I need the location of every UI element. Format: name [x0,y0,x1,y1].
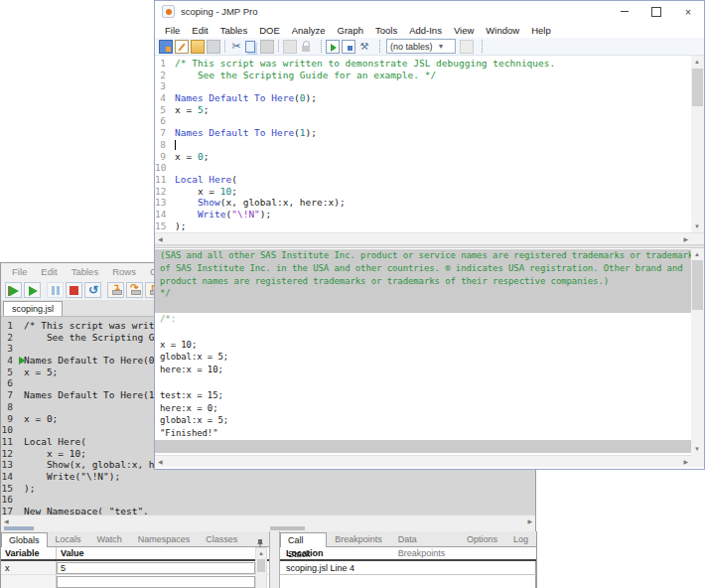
menu-tables[interactable]: Tables [214,25,253,36]
menu-view[interactable]: View [448,25,480,36]
code-line: 6 [155,115,691,127]
code-line: x = 10; [155,339,691,352]
scroll-right-icon[interactable]: ▶ [683,236,688,242]
tables-dropdown[interactable]: (no tables) ▼ [386,39,456,54]
reset-icon[interactable] [84,282,101,298]
scroll-down-icon[interactable]: ▼ [694,223,700,229]
debugger-menu-file[interactable]: File [5,266,34,277]
add-to-data-table-icon[interactable] [460,40,474,54]
tab-locals[interactable]: Locals [48,531,89,546]
debugger-menu-edit[interactable]: Edit [34,266,64,277]
callstack-row[interactable]: scoping.jsl Line 4 [280,561,536,575]
line-number: 10 [1,424,18,436]
run-icon[interactable] [5,282,22,298]
scroll-left-icon[interactable]: ◀ [158,459,163,465]
scroll-left-icon[interactable]: ◀ [4,518,9,524]
scroll-thumb[interactable] [692,260,703,310]
log-h-scrollbar[interactable]: ◀ ▶ [155,455,691,467]
close-button[interactable]: × [672,1,704,22]
step-over-icon[interactable] [126,282,143,298]
variables-table-header: Variable Value [1,547,269,561]
new-window-icon[interactable] [159,40,173,54]
menu-help[interactable]: Help [525,25,557,36]
line-number: 14 [1,471,18,483]
tab-options[interactable]: Options [459,531,505,546]
play-icon[interactable] [24,282,41,298]
menu-analyze[interactable]: Analyze [286,25,332,36]
scroll-up-icon[interactable]: ▲ [258,550,264,556]
value-cell[interactable] [57,576,255,588]
menu-graph[interactable]: Graph [332,25,369,36]
scroll-up-icon[interactable]: ▲ [694,251,700,257]
editor-h-scrollbar[interactable]: ◀ ▶ [155,232,704,244]
menu-tools[interactable]: Tools [369,25,403,36]
menu-file[interactable]: File [159,25,186,36]
scroll-thumb[interactable] [4,526,34,530]
tab-namespaces[interactable]: Namespaces [130,531,199,546]
scroll-up-icon[interactable]: ▲ [694,59,700,65]
database-icon[interactable] [283,40,297,54]
menu-window[interactable]: Window [480,25,525,36]
column-header-variable: Variable [1,547,57,559]
copy-icon[interactable] [245,41,255,53]
scroll-thumb[interactable] [692,69,703,106]
code-line: test:x = 15; [155,389,691,402]
tab-breakpoints[interactable]: Breakpoints [327,531,390,546]
scroll-down-icon[interactable]: ▼ [694,446,700,452]
code-line: 15); [1,483,535,495]
tab-globals[interactable]: Globals [1,532,48,547]
tab-log[interactable]: Log [505,531,536,546]
value-cell[interactable]: 5 [57,562,255,574]
toolbar-grip [478,40,483,53]
editor-v-scrollbar[interactable]: ▲ ▼ [691,56,704,232]
debugger-menu-tables[interactable]: Tables [65,266,105,277]
save-icon[interactable] [207,40,220,54]
panel-divider[interactable] [269,531,280,588]
main-window: scoping - JMP Pro × FileEditTablesDOEAna… [154,0,705,470]
code-line [155,376,691,389]
scroll-thumb[interactable] [270,526,305,530]
scrollbar-corner [691,455,704,467]
menu-edit[interactable]: Edit [186,25,213,36]
menu-doe[interactable]: DOE [253,25,286,36]
run-script-icon[interactable] [326,40,340,54]
scroll-right-icon[interactable]: ▶ [527,518,532,524]
table-row[interactable]: x 5 [1,561,269,575]
debugger-h-scrollbar[interactable]: ◀ ▶ [1,514,535,525]
scroll-right-icon[interactable]: ▶ [683,459,688,465]
tab-scoping-jsl[interactable]: scoping.jsl [3,301,63,316]
code-line: 14 Write("\!N"); [1,471,535,483]
paste-icon[interactable] [260,40,274,54]
scroll-thumb[interactable] [257,559,265,572]
cut-icon[interactable] [229,40,243,54]
scroll-left-icon[interactable]: ◀ [158,236,163,242]
menu-add-ins[interactable]: Add-Ins [403,25,448,36]
line-number: 8 [1,401,18,413]
tab-watch[interactable]: Watch [89,531,130,546]
stop-icon[interactable] [66,282,82,298]
tab-data-breakpoints[interactable]: Data Breakpoints [390,531,459,546]
tab-call-stack[interactable]: Call Stack [280,532,327,547]
line-number: 3 [1,343,18,355]
line-number: 4 [1,355,18,367]
script-editor[interactable]: 1/* This script was written to demonstra… [155,56,691,232]
tools-icon[interactable] [357,40,371,54]
jmp-app-icon [162,5,175,18]
step-into-icon[interactable] [107,282,124,298]
lock-icon[interactable] [299,40,313,54]
debugger-menu-rows[interactable]: Rows [105,266,143,277]
tab-classes[interactable]: Classes [198,531,245,546]
minimize-button[interactable] [609,1,640,22]
open-icon[interactable] [191,40,205,54]
table-row[interactable] [1,575,269,588]
pause-icon[interactable] [47,282,64,298]
window-layout-icon[interactable] [342,40,355,54]
titlebar[interactable]: scoping - JMP Pro × [155,1,704,22]
new-script-icon[interactable] [175,40,189,54]
line-number: 11 [155,174,171,186]
window-title: scoping - JMP Pro [181,6,609,17]
variables-v-scrollbar[interactable]: ▲ [255,547,267,588]
log-v-scrollbar[interactable]: ▲ ▼ [691,248,704,455]
maximize-button[interactable] [640,1,672,22]
log-output[interactable]: (SAS and all other SAS Institute Inc. pr… [155,248,691,455]
